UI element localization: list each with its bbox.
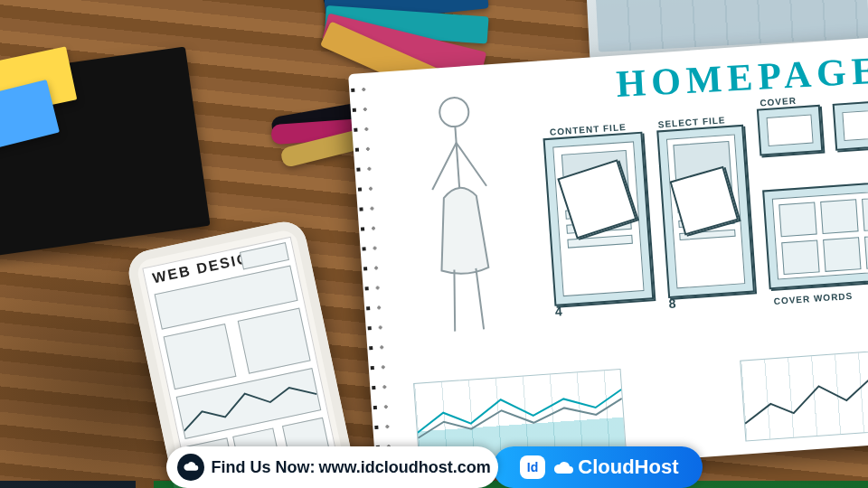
brand-pill: Id CloudHost	[493, 446, 703, 488]
fashion-figure-sketch	[390, 84, 533, 345]
panel-number: 4	[554, 304, 563, 319]
find-us-label: Find Us Now:	[212, 458, 316, 477]
panel-label: SELECT FILE	[657, 115, 725, 129]
svg-point-0	[439, 97, 469, 127]
notebook-title: HOMEPAGE	[616, 49, 868, 106]
hero-photo: HOMEPAGE CONTENT FILE	[0, 0, 868, 488]
find-us-url: www.idcloudhost.com	[319, 458, 491, 477]
panel-label: COVER WORDS	[773, 291, 853, 306]
cloudhost-badge-icon	[177, 454, 204, 481]
brand-id-chip: Id	[520, 455, 545, 479]
footer-banner: Find Us Now: www.idcloudhost.com Id Clou…	[0, 432, 868, 488]
wireframe-small-1	[833, 99, 868, 151]
brand-wordmark: CloudHost	[552, 455, 678, 479]
wireframe-phone-2: SELECT FILE 8	[656, 125, 755, 298]
panel-label: CONTENT FILE	[550, 122, 627, 137]
spiral-binding	[348, 80, 398, 473]
panel-number: 8	[668, 296, 677, 311]
brand-name: CloudHost	[578, 455, 678, 479]
sketch-notebook: HOMEPAGE CONTENT FILE	[348, 35, 868, 480]
find-us-pill: Find Us Now: www.idcloudhost.com	[166, 446, 498, 488]
wireframe-phone-1: CONTENT FILE 4	[543, 132, 655, 306]
sketch-line-chart	[740, 348, 868, 441]
wireframe-grid	[762, 181, 868, 289]
panel-label: COVER	[760, 96, 797, 108]
wireframe-cover: COVER	[757, 105, 823, 156]
